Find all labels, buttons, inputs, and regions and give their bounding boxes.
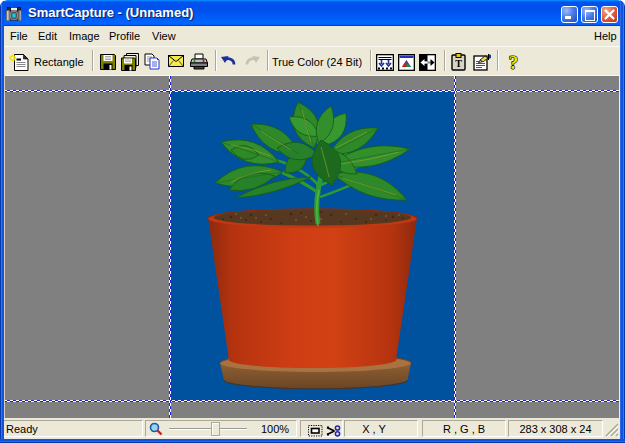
svg-text:T: T [455,58,462,69]
svg-text:?: ? [509,52,519,73]
